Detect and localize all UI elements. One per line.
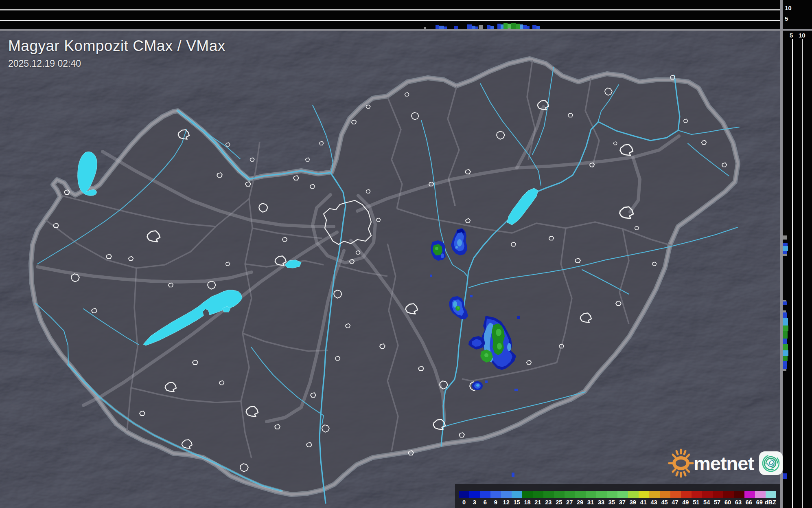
legend-stop: 35 [606,499,617,506]
radar-map [0,0,812,508]
legend-stop: 21 [532,499,543,506]
title-block: Magyar Kompozit CMax / VMax 2025.12.19 0… [8,37,225,69]
legend-stop [692,491,702,498]
legend-stop: 23 [543,499,554,506]
legend-stop [575,491,586,498]
legend-stop [533,491,543,498]
legend-stop: 6 [480,499,490,506]
legend-stop: 12 [501,499,512,506]
legend-stop: 37 [617,499,628,506]
metnet-app-icon [759,451,783,475]
legend-stop [744,491,755,498]
legend-stop [713,491,723,498]
dbz-colorbar [459,491,776,498]
legend-stop: 51 [691,499,701,506]
legend-stop [469,491,480,498]
metnet-logo: metnet [666,447,783,479]
page-title: Magyar Kompozit CMax / VMax [8,37,225,55]
legend-stop: 33 [596,499,606,506]
legend-stop: 60 [722,499,733,506]
radar-composite-screen: { "header": { "title": "Magyar Kompozit … [0,0,812,508]
right-axis-10km-label: 10 [799,32,805,38]
legend-stop [554,491,565,498]
legend-stop [670,491,681,498]
top-10km-line [0,9,780,10]
top-axis-5km-label: 5 [785,15,788,22]
dbz-legend: 0369121518212325272931333537394143454749… [455,484,780,508]
legend-stop: 41 [638,499,649,506]
legend-stop: 0 [459,499,469,506]
legend-stop [681,491,692,498]
top-profile-strip [0,0,780,29]
legend-stop [607,491,617,498]
legend-stop: 69 [754,499,765,506]
legend-stop: 25 [554,499,564,506]
right-5km-line [792,39,793,508]
right-10km-line [802,39,803,508]
right-axis-5km-label: 5 [790,32,793,38]
sun-icon [666,447,696,479]
legend-stop [734,491,744,498]
top-axis-10km-label: 10 [785,5,792,11]
legend-stop: 15 [512,499,522,506]
map-top-divider [0,29,812,31]
legend-stop: 29 [575,499,585,506]
legend-stop: 57 [712,499,722,506]
legend-stop [596,491,607,498]
legend-stop: 63 [733,499,744,506]
legend-stop [723,491,734,498]
legend-stop: 3 [469,499,480,506]
legend-stop [766,491,776,498]
legend-stop: 43 [649,499,659,506]
legend-stop [628,491,639,498]
legend-stop: 18 [522,499,533,506]
legend-stop: 31 [585,499,596,506]
legend-stop: dBZ [765,499,776,506]
legend-stop: 66 [744,499,754,506]
legend-stop: 47 [670,499,680,506]
dbz-colorbar-labels: 0369121518212325272931333537394143454749… [459,499,776,506]
top-5km-line [0,20,780,21]
legend-stop [565,491,575,498]
legend-stop [617,491,628,498]
legend-stop: 45 [659,499,670,506]
map-right-divider [780,0,783,508]
legend-stop [660,491,670,498]
timestamp: 2025.12.19 02:40 [8,58,225,69]
legend-stop: 9 [490,499,501,506]
legend-stop [649,491,660,498]
legend-stop [501,491,512,498]
legend-stop: 49 [680,499,691,506]
legend-stop: 27 [564,499,575,506]
legend-stop [639,491,649,498]
legend-stop [512,491,522,498]
legend-stop [490,491,501,498]
legend-stop [522,491,533,498]
legend-stop [586,491,596,498]
logo-wordmark: metnet [694,452,754,475]
legend-stop [543,491,554,498]
legend-stop [480,491,490,498]
legend-stop: 39 [628,499,638,506]
legend-stop [459,491,469,498]
legend-stop [702,491,713,498]
legend-stop [755,491,766,498]
legend-stop: 54 [701,499,712,506]
